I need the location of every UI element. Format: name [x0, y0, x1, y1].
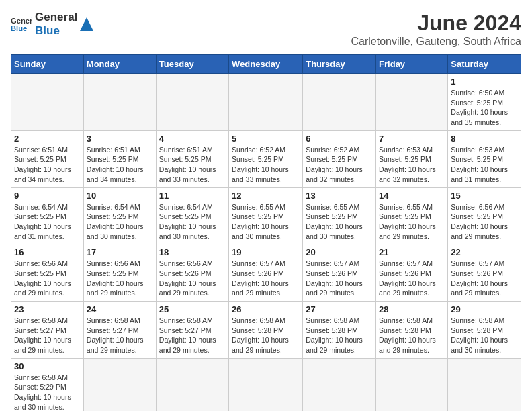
- day-number: 13: [306, 191, 373, 201]
- day-info: Sunrise: 6:55 AM Sunset: 5:25 PM Dayligh…: [232, 202, 300, 242]
- day-info: Sunrise: 6:58 AM Sunset: 5:27 PM Dayligh…: [159, 316, 226, 355]
- calendar-day: 28Sunrise: 6:58 AM Sunset: 5:28 PM Dayli…: [376, 302, 448, 359]
- weekday-header-friday: Friday: [376, 55, 448, 74]
- weekday-header-sunday: Sunday: [11, 55, 84, 74]
- day-number: 3: [87, 134, 153, 144]
- calendar-day: 1Sunrise: 6:50 AM Sunset: 5:25 PM Daylig…: [448, 74, 521, 131]
- calendar-day: 19Sunrise: 6:57 AM Sunset: 5:26 PM Dayli…: [229, 244, 303, 302]
- calendar-week-6: 30Sunrise: 6:58 AM Sunset: 5:29 PM Dayli…: [11, 358, 521, 411]
- day-number: 15: [451, 191, 518, 201]
- day-info: Sunrise: 6:54 AM Sunset: 5:25 PM Dayligh…: [159, 202, 226, 242]
- calendar-day: 17Sunrise: 6:56 AM Sunset: 5:25 PM Dayli…: [83, 244, 156, 302]
- calendar-day: [229, 358, 303, 411]
- day-info: Sunrise: 6:56 AM Sunset: 5:26 PM Dayligh…: [159, 259, 226, 298]
- day-info: Sunrise: 6:51 AM Sunset: 5:25 PM Dayligh…: [14, 145, 81, 185]
- day-number: 25: [159, 304, 226, 314]
- day-number: 7: [379, 134, 445, 144]
- logo: General Blue General Blue: [11, 11, 93, 38]
- calendar-day: 3Sunrise: 6:51 AM Sunset: 5:25 PM Daylig…: [83, 130, 156, 187]
- day-info: Sunrise: 6:58 AM Sunset: 5:28 PM Dayligh…: [232, 316, 300, 355]
- day-info: Sunrise: 6:51 AM Sunset: 5:25 PM Dayligh…: [159, 145, 226, 185]
- logo-blue: Blue: [35, 24, 77, 38]
- calendar-day: 12Sunrise: 6:55 AM Sunset: 5:25 PM Dayli…: [229, 187, 303, 244]
- calendar-day: 18Sunrise: 6:56 AM Sunset: 5:26 PM Dayli…: [156, 244, 228, 302]
- day-info: Sunrise: 6:50 AM Sunset: 5:25 PM Dayligh…: [451, 88, 518, 128]
- day-info: Sunrise: 6:57 AM Sunset: 5:26 PM Dayligh…: [379, 259, 445, 298]
- weekday-header-thursday: Thursday: [303, 55, 376, 74]
- calendar-day: 2Sunrise: 6:51 AM Sunset: 5:25 PM Daylig…: [11, 130, 84, 187]
- calendar-day: [11, 74, 84, 131]
- calendar-day: 24Sunrise: 6:58 AM Sunset: 5:27 PM Dayli…: [83, 302, 156, 359]
- calendar-table: SundayMondayTuesdayWednesdayThursdayFrid…: [11, 54, 521, 411]
- weekday-header-wednesday: Wednesday: [229, 55, 303, 74]
- day-info: Sunrise: 6:58 AM Sunset: 5:28 PM Dayligh…: [306, 316, 373, 355]
- day-info: Sunrise: 6:55 AM Sunset: 5:25 PM Dayligh…: [379, 202, 445, 242]
- svg-text:Blue: Blue: [11, 25, 27, 33]
- day-number: 4: [159, 134, 226, 144]
- day-info: Sunrise: 6:55 AM Sunset: 5:25 PM Dayligh…: [306, 202, 373, 242]
- calendar-day: [229, 74, 303, 131]
- day-info: Sunrise: 6:53 AM Sunset: 5:25 PM Dayligh…: [379, 145, 445, 185]
- day-number: 10: [87, 191, 153, 201]
- logo-svg: General Blue: [11, 15, 32, 34]
- calendar-day: 16Sunrise: 6:56 AM Sunset: 5:25 PM Dayli…: [11, 244, 84, 302]
- day-number: 8: [451, 134, 518, 144]
- day-number: 29: [451, 304, 518, 314]
- calendar-day: 9Sunrise: 6:54 AM Sunset: 5:25 PM Daylig…: [11, 187, 84, 244]
- day-number: 1: [451, 77, 518, 87]
- calendar-day: 11Sunrise: 6:54 AM Sunset: 5:25 PM Dayli…: [156, 187, 228, 244]
- calendar-day: [83, 358, 156, 411]
- weekday-header-tuesday: Tuesday: [156, 55, 228, 74]
- day-info: Sunrise: 6:58 AM Sunset: 5:29 PM Dayligh…: [14, 373, 81, 411]
- day-info: Sunrise: 6:51 AM Sunset: 5:25 PM Dayligh…: [87, 145, 153, 185]
- day-info: Sunrise: 6:56 AM Sunset: 5:25 PM Dayligh…: [87, 259, 153, 298]
- calendar-header-row: SundayMondayTuesdayWednesdayThursdayFrid…: [11, 55, 521, 74]
- calendar-day: 10Sunrise: 6:54 AM Sunset: 5:25 PM Dayli…: [83, 187, 156, 244]
- calendar-day: 25Sunrise: 6:58 AM Sunset: 5:27 PM Dayli…: [156, 302, 228, 359]
- day-number: 21: [379, 247, 445, 257]
- day-info: Sunrise: 6:57 AM Sunset: 5:26 PM Dayligh…: [232, 259, 300, 298]
- calendar-day: 4Sunrise: 6:51 AM Sunset: 5:25 PM Daylig…: [156, 130, 228, 187]
- svg-text:General: General: [11, 17, 32, 26]
- calendar-day: 8Sunrise: 6:53 AM Sunset: 5:25 PM Daylig…: [448, 130, 521, 187]
- day-info: Sunrise: 6:58 AM Sunset: 5:28 PM Dayligh…: [451, 316, 518, 355]
- day-number: 22: [451, 247, 518, 257]
- calendar-day: 21Sunrise: 6:57 AM Sunset: 5:26 PM Dayli…: [376, 244, 448, 302]
- day-number: 20: [306, 247, 373, 257]
- calendar-day: 27Sunrise: 6:58 AM Sunset: 5:28 PM Dayli…: [303, 302, 376, 359]
- calendar-day: 5Sunrise: 6:52 AM Sunset: 5:25 PM Daylig…: [229, 130, 303, 187]
- weekday-header-saturday: Saturday: [448, 55, 521, 74]
- day-number: 24: [87, 304, 153, 314]
- day-info: Sunrise: 6:52 AM Sunset: 5:25 PM Dayligh…: [306, 145, 373, 185]
- calendar-day: [156, 358, 228, 411]
- day-number: 18: [159, 247, 226, 257]
- logo-general: General: [35, 11, 77, 24]
- day-info: Sunrise: 6:56 AM Sunset: 5:25 PM Dayligh…: [14, 259, 81, 298]
- calendar-week-1: 1Sunrise: 6:50 AM Sunset: 5:25 PM Daylig…: [11, 74, 521, 131]
- calendar-day: [376, 74, 448, 131]
- calendar-day: 7Sunrise: 6:53 AM Sunset: 5:25 PM Daylig…: [376, 130, 448, 187]
- day-number: 27: [306, 304, 373, 314]
- day-info: Sunrise: 6:52 AM Sunset: 5:25 PM Dayligh…: [232, 145, 300, 185]
- day-number: 2: [14, 134, 81, 144]
- calendar-day: [448, 358, 521, 411]
- calendar-day: [376, 358, 448, 411]
- day-info: Sunrise: 6:56 AM Sunset: 5:25 PM Dayligh…: [451, 202, 518, 242]
- day-info: Sunrise: 6:54 AM Sunset: 5:25 PM Dayligh…: [14, 202, 81, 242]
- calendar-day: 14Sunrise: 6:55 AM Sunset: 5:25 PM Dayli…: [376, 187, 448, 244]
- day-number: 11: [159, 191, 226, 201]
- title-area: June 2024 Carletonville, Gauteng, South …: [351, 11, 521, 48]
- calendar-day: 23Sunrise: 6:58 AM Sunset: 5:27 PM Dayli…: [11, 302, 84, 359]
- day-number: 6: [306, 134, 373, 144]
- day-info: Sunrise: 6:54 AM Sunset: 5:25 PM Dayligh…: [87, 202, 153, 242]
- calendar-day: 26Sunrise: 6:58 AM Sunset: 5:28 PM Dayli…: [229, 302, 303, 359]
- subtitle: Carletonville, Gauteng, South Africa: [351, 36, 521, 48]
- day-info: Sunrise: 6:58 AM Sunset: 5:27 PM Dayligh…: [14, 316, 81, 355]
- day-info: Sunrise: 6:57 AM Sunset: 5:26 PM Dayligh…: [451, 259, 518, 298]
- calendar-day: 6Sunrise: 6:52 AM Sunset: 5:25 PM Daylig…: [303, 130, 376, 187]
- calendar-day: 13Sunrise: 6:55 AM Sunset: 5:25 PM Dayli…: [303, 187, 376, 244]
- day-number: 23: [14, 304, 81, 314]
- calendar-body: 1Sunrise: 6:50 AM Sunset: 5:25 PM Daylig…: [11, 74, 521, 412]
- calendar-day: 30Sunrise: 6:58 AM Sunset: 5:29 PM Dayli…: [11, 358, 84, 411]
- calendar-day: 22Sunrise: 6:57 AM Sunset: 5:26 PM Dayli…: [448, 244, 521, 302]
